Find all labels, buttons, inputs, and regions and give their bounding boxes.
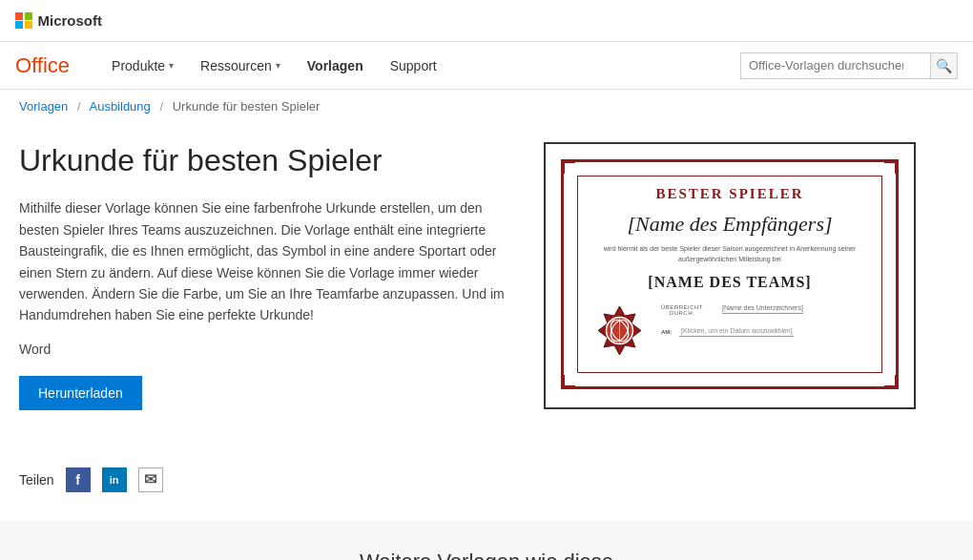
chevron-down-icon: ▾ bbox=[169, 60, 174, 71]
share-label: Teilen bbox=[19, 472, 54, 487]
main-content: Urkunde für besten Spieler Mithilfe dies… bbox=[0, 123, 973, 521]
ms-brand-label: Microsoft bbox=[38, 12, 103, 29]
description: Mithilfe dieser Vorlage können Sie eine … bbox=[19, 197, 515, 325]
search-input[interactable] bbox=[740, 52, 931, 79]
download-button[interactable]: Herunterladen bbox=[19, 376, 142, 410]
breadcrumb-ausbildung[interactable]: Ausbildung bbox=[89, 99, 150, 114]
linkedin-share-button[interactable]: in bbox=[102, 467, 127, 492]
page-title: Urkunde für besten Spieler bbox=[19, 142, 515, 178]
nav-produkte[interactable]: Produkte ▾ bbox=[98, 42, 187, 89]
cert-sig-presented: ÜBERREICHT DURCH: bbox=[661, 304, 703, 316]
search-icon: 🔍 bbox=[936, 58, 952, 73]
office-title[interactable]: Office bbox=[15, 53, 70, 78]
cert-inner: BESTER SPIELER [Name des Empfängers] wir… bbox=[577, 176, 882, 373]
cert-sig-row-1: ÜBERREICHT DURCH: [Name des Unterzeichne… bbox=[661, 304, 866, 316]
cert-date-row: AM: [Klicken, um ein Datum auszuwählen] bbox=[661, 327, 866, 337]
nav-items: Produkte ▾ Ressourcen ▾ Vorlagen Support bbox=[98, 42, 450, 89]
office-nav: Office Produkte ▾ Ressourcen ▾ Vorlagen … bbox=[0, 42, 973, 90]
left-panel: Urkunde für besten Spieler Mithilfe dies… bbox=[19, 142, 515, 492]
preview-panel: BESTER SPIELER [Name des Empfängers] wir… bbox=[544, 142, 916, 492]
chevron-down-icon: ▾ bbox=[276, 60, 280, 71]
top-bar: Microsoft bbox=[0, 0, 973, 42]
search-button[interactable]: 🔍 bbox=[931, 52, 958, 79]
app-label: Word bbox=[19, 342, 515, 357]
breadcrumb-sep-1: / bbox=[77, 99, 81, 114]
certificate-preview: BESTER SPIELER [Name des Empfängers] wir… bbox=[544, 142, 916, 409]
cert-outer-border: BESTER SPIELER [Name des Empfängers] wir… bbox=[561, 159, 899, 389]
cert-durch-label: DURCH: bbox=[661, 310, 703, 316]
nav-ressourcen[interactable]: Ressourcen ▾ bbox=[187, 42, 294, 89]
cert-signer-name: [Name des Unterzeichners] bbox=[722, 304, 803, 314]
microsoft-logo[interactable]: Microsoft bbox=[15, 12, 102, 30]
more-title: Weitere Vorlagen wie diese bbox=[19, 550, 954, 560]
breadcrumb-current: Urkunde für besten Spieler bbox=[173, 99, 321, 114]
ms-logo-grid bbox=[15, 12, 32, 30]
cert-bottom: ÜBERREICHT DURCH: [Name des Unterzeichne… bbox=[593, 304, 866, 357]
cert-am-label: AM: bbox=[661, 327, 672, 335]
breadcrumb-sep-2: / bbox=[159, 99, 163, 114]
cert-team: [NAME DES TEAMS] bbox=[593, 274, 866, 291]
more-templates-section: Weitere Vorlagen wie diese bbox=[0, 521, 973, 560]
nav-support[interactable]: Support bbox=[377, 42, 450, 89]
search-box: 🔍 bbox=[740, 52, 958, 79]
email-share-button[interactable]: ✉ bbox=[138, 467, 163, 492]
facebook-share-button[interactable]: f bbox=[66, 467, 91, 492]
share-section: Teilen f in ✉ bbox=[19, 467, 515, 492]
cert-title: BESTER SPIELER bbox=[593, 186, 866, 202]
cert-seal-badge bbox=[593, 304, 646, 357]
nav-vorlagen[interactable]: Vorlagen bbox=[294, 42, 377, 89]
breadcrumb: Vorlagen / Ausbildung / Urkunde für best… bbox=[0, 90, 973, 123]
cert-desc: wird hiermit als der beste Spieler diese… bbox=[593, 244, 866, 264]
cert-recipient: [Name des Empfängers] bbox=[593, 212, 866, 237]
cert-date-field[interactable]: [Klicken, um ein Datum auszuwählen] bbox=[679, 327, 794, 337]
breadcrumb-vorlagen[interactable]: Vorlagen bbox=[19, 99, 68, 114]
cert-signatures: ÜBERREICHT DURCH: [Name des Unterzeichne… bbox=[661, 304, 866, 337]
cert-sig-name: [Name des Unterzeichners] bbox=[722, 304, 803, 314]
